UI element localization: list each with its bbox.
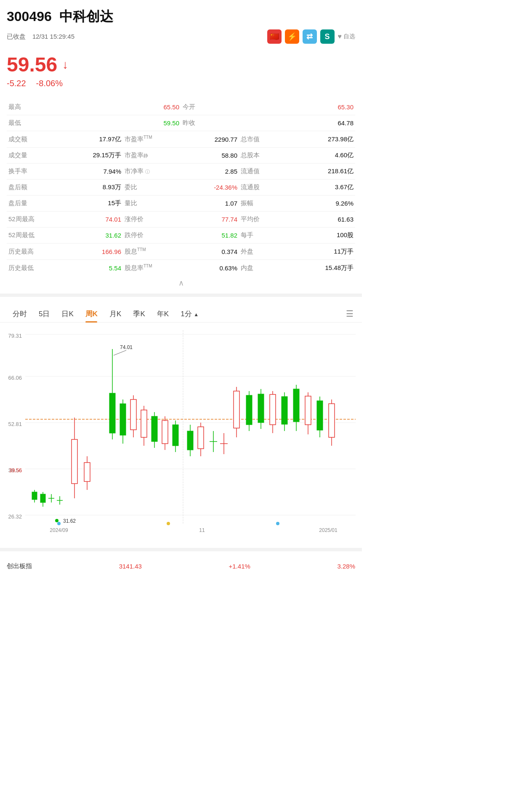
open-label: 今开 xyxy=(183,103,195,111)
weibi-col: 委比 -24.36% xyxy=(123,183,239,191)
bottom-row-1: 创出板指 3141.43 +1.41% 3.28% xyxy=(7,560,355,573)
histlow-label: 历史最低 xyxy=(8,264,34,272)
svg-text:66.06: 66.06 xyxy=(8,375,22,381)
low-col: 最低 59.50 xyxy=(7,119,181,127)
zhenfu-col: 振幅 9.26% xyxy=(239,199,355,207)
svg-line-27 xyxy=(114,350,126,355)
tab-seasonk[interactable]: 季K xyxy=(127,306,151,322)
dividend-col: 股息TTM 0.374 xyxy=(123,247,239,256)
svg-point-72 xyxy=(57,522,61,525)
data-row-2: 最低 59.50 昨收 64.78 xyxy=(7,115,355,131)
float-share-col: 流通股 3.67亿 xyxy=(239,183,355,191)
main-price-row: 59.56 ↓ xyxy=(7,53,355,76)
after-amt-value: 8.93万 xyxy=(103,183,121,191)
tab-dayk[interactable]: 日K xyxy=(56,306,79,322)
tab-yeark[interactable]: 年K xyxy=(151,306,175,322)
china-flag-icon[interactable]: 🇨🇳 xyxy=(267,29,282,44)
float-share-label: 流通股 xyxy=(241,183,260,191)
total-share-col: 总股本 4.60亿 xyxy=(239,151,355,159)
collapse-button[interactable]: ∧ xyxy=(0,276,362,290)
pe-static-value: 58.80 xyxy=(221,152,237,159)
status-datetime: 12/31 15:29:45 xyxy=(32,33,74,40)
price-change-pct: -8.06% xyxy=(36,79,63,88)
liangbi-col: 量比 1.07 xyxy=(123,199,239,207)
liangbi-value: 1.07 xyxy=(225,200,237,207)
svg-rect-25 xyxy=(84,463,90,481)
tab-monthk[interactable]: 月K xyxy=(104,306,127,322)
week52low-value: 31.62 xyxy=(105,232,121,239)
svg-rect-41 xyxy=(173,425,178,446)
inner-col: 内盘 15.48万手 xyxy=(239,264,355,272)
svg-point-74 xyxy=(276,522,279,525)
svg-rect-63 xyxy=(305,396,311,425)
price-section: 59.56 ↓ -5.22 -8.06% xyxy=(0,53,362,99)
chart-settings-icon[interactable]: ☰ xyxy=(344,305,355,322)
open-value: 65.30 xyxy=(338,103,354,111)
tab-5day[interactable]: 5日 xyxy=(33,306,56,322)
data-grid: 最高 65.50 今开 65.30 最低 59.50 昨收 64.78 成交额 … xyxy=(0,99,362,276)
prev-close-label: 昨收 xyxy=(183,119,195,127)
data-row-10: 历史最高 166.96 股息TTM 0.374 外盘 11万手 xyxy=(7,243,355,260)
chart-area: 79.31 66.06 52.81 39.56 26.32 xyxy=(0,323,362,545)
limitup-col: 涨停价 77.74 xyxy=(123,215,239,223)
svg-text:39.56: 39.56 xyxy=(9,468,22,473)
prev-close-value: 64.78 xyxy=(338,119,354,127)
weibi-value: -24.36% xyxy=(214,184,237,191)
pe-ttm-label: 市盈率TTM xyxy=(125,135,152,143)
pe-ttm-value: 2290.77 xyxy=(215,136,237,143)
bolt-icon[interactable]: ⚡ xyxy=(285,29,299,44)
dollar-icon[interactable]: S xyxy=(320,29,335,44)
svg-text:31.62: 31.62 xyxy=(63,518,76,524)
turnover-col: 换手率 7.94% xyxy=(7,167,123,175)
svg-rect-29 xyxy=(109,393,115,433)
vol-amount-value: 17.97亿 xyxy=(99,135,121,143)
svg-text:11: 11 xyxy=(199,527,205,533)
svg-text:79.31: 79.31 xyxy=(8,333,22,339)
histhigh-label: 历史最高 xyxy=(8,248,34,256)
status-row: 已收盘 12/31 15:29:45 🇨🇳 ⚡ ⇄ S ♥ 自选 xyxy=(7,29,355,44)
data-row-9: 52周最低 31.62 跌停价 51.82 每手 100股 xyxy=(7,227,355,243)
dividendrate-col: 股息率TTM 0.63% xyxy=(123,264,239,272)
tab-fenshi[interactable]: 分时 xyxy=(7,306,33,322)
svg-text:74.01: 74.01 xyxy=(120,344,133,350)
data-row-3: 成交额 17.97亿 市盈率TTM 2290.77 总市值 273.98亿 xyxy=(7,131,355,148)
chevron-up-icon: ∧ xyxy=(178,279,184,287)
inner-label: 内盘 xyxy=(241,264,253,272)
float-share-value: 3.67亿 xyxy=(335,183,354,191)
exchange-icon[interactable]: ⇄ xyxy=(303,29,317,44)
week52low-label: 52周最低 xyxy=(8,231,35,239)
zhenfu-value: 9.26% xyxy=(335,200,354,207)
float-cap-col: 流通值 218.61亿 xyxy=(239,167,355,175)
data-row-11: 历史最低 5.54 股息率TTM 0.63% 内盘 15.48万手 xyxy=(7,260,355,276)
vol-hand-col: 成交量 29.15万手 xyxy=(7,151,123,159)
bottom-section: 创出板指 3141.43 +1.41% 3.28% xyxy=(0,555,362,578)
after-vol-value: 15手 xyxy=(108,199,121,207)
svg-rect-55 xyxy=(258,394,264,423)
section-divider xyxy=(0,294,362,297)
inner-value: 15.48万手 xyxy=(325,264,354,272)
svg-rect-61 xyxy=(293,389,299,422)
stock-name: 中科创达 xyxy=(59,9,113,24)
svg-rect-37 xyxy=(152,416,157,442)
price-change-value: -5.22 xyxy=(7,79,26,88)
zhenfu-label: 振幅 xyxy=(241,199,253,207)
dividend-value: 0.374 xyxy=(221,248,237,255)
prev-close-col: 昨收 64.78 xyxy=(181,119,355,127)
pb-col: 市净率 ⓘ 2.85 xyxy=(123,167,239,175)
perhand-label: 每手 xyxy=(241,231,253,239)
bottom-divider xyxy=(0,548,362,551)
favorite-button[interactable]: ♥ 自选 xyxy=(338,33,356,40)
total-share-label: 总股本 xyxy=(241,151,260,159)
data-row-6: 盘后额 8.93万 委比 -24.36% 流通股 3.67亿 xyxy=(7,180,355,196)
tab-1min[interactable]: 1分 ▲ xyxy=(175,306,205,322)
stock-code: 300496 xyxy=(7,9,52,24)
svg-rect-57 xyxy=(270,394,276,425)
turnover-value: 7.94% xyxy=(103,168,121,175)
header-icons: 🇨🇳 ⚡ ⇄ S ♥ 自选 xyxy=(267,29,356,44)
dividendrate-label: 股息率TTM xyxy=(125,264,152,272)
svg-rect-23 xyxy=(72,439,77,484)
limitup-label: 涨停价 xyxy=(125,215,144,223)
total-cap-value: 273.98亿 xyxy=(328,135,354,143)
tab-weekk[interactable]: 周K xyxy=(80,306,104,322)
histlow-col: 历史最低 5.54 xyxy=(7,264,123,272)
